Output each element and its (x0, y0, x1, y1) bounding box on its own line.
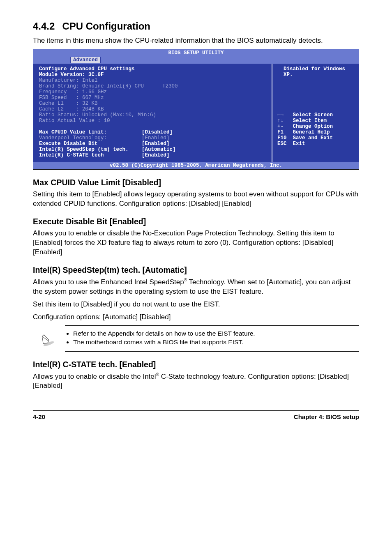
bios-header: BIOS SETUP UTILITY Advanced (33, 49, 359, 64)
bios-row-value: [Automatic] (142, 147, 176, 152)
bios-grey-2: Frequency : 1.66 GHz (39, 89, 107, 95)
bios-row-value: [Enabled] (142, 152, 170, 158)
bios-nav-save-exit: F10 Save and Exit (277, 135, 333, 141)
bios-nav-exit: ESC Exit (277, 141, 305, 147)
bios-nav-select-screen: ←→ Select Screen (277, 112, 333, 118)
subsection-cpuid-body: Setting this item to [Enabled] allows le… (33, 190, 359, 209)
bios-row-cstate[interactable]: Intel(R) C-STATE tech[Enabled] (39, 152, 267, 158)
bios-row-label: Max CPUID Value Limit: (39, 129, 142, 135)
section-heading: 4.4.2CPU Configuration (33, 21, 359, 32)
bios-grey-6: Ratio Status: Unlocked (Max:10, Min:6) (39, 112, 156, 118)
chapter-label: Chapter 4: BIOS setup (294, 413, 359, 420)
bios-row-cpuid[interactable]: Max CPUID Value Limit:[Disabled] (39, 129, 267, 135)
bios-row-value: [Disabled] (142, 129, 173, 135)
bios-cfg-line2: Module Version: 3C.0F (39, 72, 104, 78)
subsection-speedstep-p1: Allows you to use the Enhanced Intel Spe… (33, 277, 359, 297)
subsection-cstate-title: Intel(R) C-STATE tech. [Enabled] (33, 360, 359, 369)
bios-tab-advanced[interactable]: Advanced (70, 57, 101, 64)
bios-help-text: Disabled for Windows XP. (277, 66, 345, 78)
note-item-2: The motherboard comes with a BIOS file t… (73, 339, 255, 346)
subsection-speedstep-p2: Set this item to [Disabled] if you do no… (33, 300, 359, 309)
subsection-speedstep-p3: Configuration options: [Automatic] [Disa… (33, 313, 359, 322)
subsection-speedstep-title: Intel(R) SpeedStep(tm) tech. [Automatic] (33, 265, 359, 275)
bios-panel: BIOS SETUP UTILITY Advanced Configure Ad… (33, 49, 359, 170)
bios-grey-3: FSB Speed : 667 MHz (39, 95, 104, 101)
bios-left-pane: Configure Advanced CPU settings Module V… (33, 64, 272, 162)
subsection-cstate-body: Allows you to enable or disable the Inte… (33, 372, 359, 391)
intro-text: The items in this menu show the CPU-rela… (33, 36, 359, 46)
bios-header-title: BIOS SETUP UTILITY (33, 50, 359, 56)
bios-row-vanderpool[interactable]: Vanderpool Technology:[Enabled] (39, 135, 267, 141)
bios-nav-general-help: F1 General Help (277, 129, 330, 135)
bios-nav-change-option: +- Change Option (277, 124, 333, 129)
bios-row-speedstep[interactable]: Intel(R) SpeedStep (tm) tech.[Automatic] (39, 147, 267, 152)
note-list: Refer to the Appendix for details on how… (65, 330, 255, 347)
bios-body: Configure Advanced CPU settings Module V… (33, 64, 359, 162)
bios-row-execute-disable[interactable]: Execute Disable Bit[Enabled] (39, 141, 267, 147)
note-box: Refer to the Appendix for details on how… (65, 325, 359, 352)
registered-icon: ® (184, 278, 187, 282)
page-footer: 4-20 Chapter 4: BIOS setup (33, 410, 359, 420)
bios-cfg-line1: Configure Advanced CPU settings (39, 66, 135, 72)
bios-row-label: Intel(R) SpeedStep (tm) tech. (39, 147, 142, 152)
bios-grey-1: Brand String: Genuine Intel(R) CPU T2300 (39, 83, 178, 89)
subsection-execute-disable-title: Execute Disable Bit [Enabled] (33, 217, 359, 226)
bios-row-value: [Enabled] (142, 141, 170, 147)
bios-grey-5: Cache L2 : 2048 KB (39, 106, 104, 112)
pencil-icon (35, 331, 59, 346)
subsection-cpuid-title: Max CPUID Value Limit [Disabled] (33, 178, 359, 187)
bios-grey-7: Ratio Actual Value : 10 (39, 118, 110, 124)
bios-grey-4: Cache L1 : 32 KB (39, 101, 98, 106)
do-not-emphasis: do not (133, 300, 152, 308)
bios-row-label: Execute Disable Bit (39, 141, 142, 147)
bios-row-value: [Enabled] (142, 135, 170, 141)
subsection-execute-disable-body: Allows you to enable or disable the No-E… (33, 229, 359, 257)
section-number: 4.4.2 (33, 21, 55, 32)
bios-grey-0: Manufacturer: Intel (39, 78, 98, 83)
bios-row-label: Intel(R) C-STATE tech (39, 152, 142, 158)
bios-row-label: Vanderpool Technology: (39, 135, 142, 141)
section-title-text: CPU Configuration (62, 21, 150, 32)
note-item-1: Refer to the Appendix for details on how… (73, 330, 255, 337)
registered-icon: ® (156, 372, 159, 377)
bios-footer: v02.58 (C)Copyright 1985-2005, American … (33, 162, 359, 169)
page-number: 4-20 (33, 413, 45, 420)
bios-right-pane: Disabled for Windows XP. ←→ Select Scree… (272, 64, 359, 162)
bios-nav-select-item: ↑↓ Select Item (277, 118, 327, 124)
